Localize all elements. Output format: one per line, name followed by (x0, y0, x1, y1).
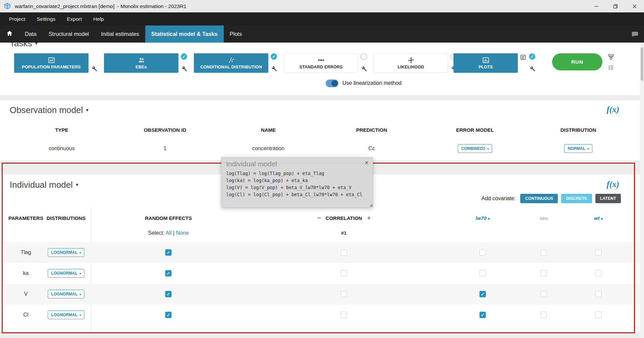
maximize-button[interactable] (606, 0, 625, 12)
distribution-select[interactable]: LOGNORMAL (48, 269, 84, 278)
column-name: NAME (217, 127, 320, 133)
resize-handle[interactable] (368, 203, 372, 207)
task-check-badge[interactable] (181, 53, 187, 60)
run-button[interactable]: RUN (552, 53, 602, 70)
random-effect-checkbox[interactable] (165, 249, 172, 256)
distribution-select[interactable]: LOGNORMAL (48, 311, 84, 319)
tab-data[interactable]: Data (19, 25, 43, 43)
linearization-label: Use linearization method (342, 80, 401, 86)
covariate-checkbox-wt[interactable] (595, 249, 602, 256)
workflow-icon[interactable] (608, 54, 614, 61)
menu-help[interactable]: Help (88, 16, 110, 22)
individual-model-title[interactable]: Individual model (10, 180, 78, 190)
covariate-checkbox-lw70[interactable] (480, 270, 486, 277)
monolix-logo-icon (3, 2, 11, 10)
covariate-header-sex[interactable]: sex (539, 215, 548, 221)
covariate-checkbox-lw70[interactable] (480, 249, 486, 256)
task-check-badge[interactable] (361, 53, 367, 60)
covariate-checkbox-lw70[interactable] (480, 291, 486, 297)
task-ebes: EBEs (104, 53, 178, 73)
tab-statistical-model-tasks[interactable]: Statistical model & Tasks (145, 25, 224, 43)
covariate-checkbox-sex[interactable] (541, 270, 547, 277)
covariate-header-lw70[interactable]: lw70 (476, 215, 490, 221)
wrench-icon[interactable] (271, 65, 277, 72)
likelihood-button[interactable]: LIKELIHOOD (374, 53, 448, 73)
correlation-group-label: #1 (341, 230, 347, 236)
distribution-select[interactable]: NORMAL (564, 144, 592, 153)
wrench-icon[interactable] (91, 65, 97, 72)
tasks-section-title[interactable]: Tasks (10, 43, 38, 49)
feedback-bubble-icon[interactable] (631, 25, 644, 43)
covariate-checkbox-sex[interactable] (541, 291, 547, 297)
correlation-remove-button[interactable]: − (317, 214, 321, 222)
correlation-checkbox[interactable] (341, 270, 347, 277)
individual-model-formula-popup: Individual model × log(Tlag) = log(Tlag_… (221, 157, 373, 208)
standard-errors-button[interactable]: STANDARD ERRORS (284, 53, 358, 73)
menu-project[interactable]: Project (3, 16, 31, 22)
select-all-link[interactable]: All (166, 230, 172, 236)
error-model-select[interactable]: COMBINED1 (458, 144, 492, 153)
task-check-badge[interactable] (529, 53, 535, 60)
select-label: Select: (148, 230, 164, 236)
correlation-checkbox[interactable] (341, 312, 347, 318)
wrench-icon[interactable] (529, 65, 535, 72)
select-none-link[interactable]: None (176, 230, 189, 236)
add-discrete-covariate-button[interactable]: DISCRETE (561, 194, 592, 203)
wrench-icon[interactable] (181, 65, 187, 72)
distribution-select[interactable]: LOGNORMAL (48, 290, 84, 298)
population-parameters-button[interactable]: POPULATION PARAMETERS (14, 53, 89, 73)
covariate-checkbox-wt[interactable] (595, 312, 602, 318)
table-row-ka: ka LOGNORMAL (0, 263, 640, 284)
task-plots: PLOTS (453, 53, 518, 73)
column-type: TYPE (10, 127, 113, 133)
linearization-toggle[interactable] (326, 79, 338, 87)
wrench-icon[interactable] (361, 65, 367, 72)
menu-settings[interactable]: Settings (31, 16, 61, 22)
plots-selection-list-icon[interactable] (520, 54, 526, 60)
correlation-add-button[interactable]: + (367, 214, 371, 222)
formula-fx-icon[interactable]: f(x) (607, 105, 619, 114)
home-tab[interactable] (0, 25, 19, 43)
table-row-tlag: Tlag LOGNORMAL (0, 242, 640, 263)
covariate-checkbox-lw70[interactable] (480, 312, 486, 318)
correlation-checkbox[interactable] (341, 249, 347, 256)
header-parameters: PARAMETERS (8, 215, 43, 221)
formula-line: log(V) = log(V_pop) + beta_V_lw70*lw70 +… (226, 184, 373, 191)
error-bars-icon (318, 57, 325, 64)
close-button[interactable] (625, 0, 644, 12)
scrollbar-thumb[interactable] (641, 47, 643, 81)
covariate-checkbox-wt[interactable] (595, 291, 602, 297)
caret-down-icon (79, 313, 81, 317)
observation-model-section: Observation model f(x) TYPE OBSERVATION … (0, 100, 640, 160)
random-effect-checkbox[interactable] (165, 312, 172, 318)
observation-model-title[interactable]: Observation model (10, 105, 89, 115)
tab-initial-estimates[interactable]: Initial estimates (95, 25, 145, 43)
covariate-checkbox-sex[interactable] (541, 312, 547, 318)
ebes-button[interactable]: EBEs (104, 53, 178, 73)
task-check-badge[interactable] (271, 53, 277, 60)
caret-down-icon (73, 180, 78, 190)
random-effect-checkbox[interactable] (165, 291, 172, 297)
add-latent-covariate-button[interactable]: LATENT (595, 194, 621, 203)
add-continuous-covariate-button[interactable]: CONTINUOUS (520, 194, 558, 203)
column-prediction: PREDICTION (320, 127, 423, 133)
close-icon[interactable]: × (365, 159, 369, 167)
random-effect-checkbox[interactable] (165, 270, 172, 277)
checklist-icon[interactable] (608, 64, 614, 72)
plots-button[interactable]: PLOTS (453, 53, 518, 73)
caret-down-icon (32, 43, 38, 48)
covariate-header-wt[interactable]: wt (594, 215, 603, 221)
vertical-scrollbar[interactable] (640, 43, 644, 338)
tab-plots[interactable]: Plots (224, 25, 248, 43)
menu-export[interactable]: Export (61, 16, 88, 22)
covariate-checkbox-wt[interactable] (595, 270, 602, 277)
minimize-button[interactable] (587, 0, 606, 12)
conditional-distribution-button[interactable]: CONDITIONAL DISTRIBUTION (194, 53, 268, 73)
covariate-checkbox-sex[interactable] (541, 249, 547, 256)
tab-structural-model[interactable]: Structural model (43, 25, 95, 43)
formula-fx-icon[interactable]: f(x) (607, 180, 619, 189)
column-distribution: DISTRIBUTION (527, 127, 630, 133)
tab-bar: Data Structural model Initial estimates … (0, 25, 644, 43)
distribution-select[interactable]: LOGNORMAL (48, 248, 84, 257)
correlation-checkbox[interactable] (341, 291, 347, 297)
